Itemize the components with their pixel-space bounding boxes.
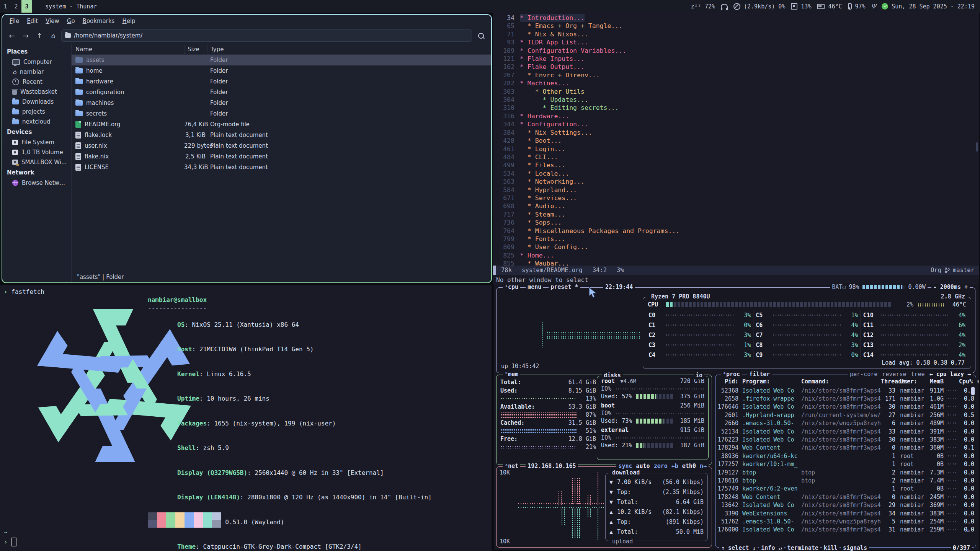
file-row[interactable]: README.org 76,4 KiB Org-mode file bbox=[72, 119, 491, 130]
search-button[interactable] bbox=[474, 30, 487, 41]
file-row[interactable]: home Folder bbox=[72, 65, 491, 76]
refresh-control[interactable]: - 2000ms + bbox=[931, 284, 970, 290]
org-heading-line[interactable]: 121 * Flake Inputs... bbox=[493, 55, 976, 63]
file-row[interactable]: hardware Folder bbox=[72, 76, 491, 87]
net-control[interactable]: eth0 bbox=[682, 463, 696, 469]
path-input[interactable]: /home/nambiar/system/ bbox=[61, 29, 472, 42]
process-row[interactable]: 2660 .emacs-31.0.50- /nix/store/wnqz5pa8… bbox=[715, 419, 976, 427]
org-heading-line[interactable]: 825 * Home... bbox=[493, 251, 976, 259]
status-module[interactable] bbox=[869, 4, 876, 9]
process-row[interactable]: 178616 btop btop 2 nambiar 7.4M 0.0 bbox=[715, 476, 976, 484]
org-heading-line[interactable]: 71 * Nix & Nixos... bbox=[493, 30, 976, 38]
panel-tab[interactable]: menu bbox=[526, 284, 543, 290]
org-heading-line[interactable]: 584 * Hyprland... bbox=[493, 186, 976, 194]
org-heading-line[interactable]: 303 * Other Utils bbox=[493, 88, 976, 96]
file-row[interactable]: LICENSE 34,3 KiB Plain text document bbox=[72, 162, 491, 173]
status-module[interactable] bbox=[789, 3, 797, 10]
proc-option[interactable]: tree bbox=[911, 371, 925, 378]
workspace-button[interactable]: 3 bbox=[21, 0, 32, 13]
org-heading-line[interactable]: 736 * Sops... bbox=[493, 218, 976, 227]
org-heading-line[interactable]: 65 * Emacs + Org + Tangle... bbox=[493, 22, 976, 30]
org-heading-line[interactable]: 162 * Flake Output... bbox=[493, 63, 976, 71]
proc-option[interactable]: reverse bbox=[882, 371, 906, 378]
file-row[interactable]: assets Folder bbox=[72, 55, 491, 65]
process-row[interactable]: 51762 .emacs-31.0.50- /nix/store/wnqz5pa… bbox=[715, 517, 976, 525]
status-module[interactable]: 13% bbox=[801, 3, 811, 10]
org-heading-line[interactable]: 799 * Fonts... bbox=[493, 235, 976, 243]
sidebar-item[interactable]: 1,0 TB Volume bbox=[2, 147, 71, 157]
panel-tab[interactable]: ³net bbox=[503, 463, 520, 469]
header-user[interactable]: User: bbox=[895, 378, 924, 385]
process-row[interactable]: 38936 kworker/u64:6-kc 1 root 0B 0.0 bbox=[715, 452, 976, 460]
org-heading-line[interactable]: 384 * Nix Settings... bbox=[493, 129, 976, 137]
org-heading-line[interactable]: 534 * Locale... bbox=[493, 170, 976, 178]
org-heading-line[interactable]: 304 * Updates... bbox=[493, 96, 976, 104]
file-row[interactable]: flake.nix 2,5 KiB Plain text document bbox=[72, 151, 491, 162]
org-heading-line[interactable]: 267 * Envrc + Direnv... bbox=[493, 71, 976, 79]
proc-option[interactable]: ← cpu lazy → bbox=[929, 371, 971, 378]
process-row[interactable]: 176000 Isolated Web Co /nix/store/sm8fmr… bbox=[715, 526, 976, 534]
menu-item[interactable]: Help bbox=[119, 16, 139, 26]
header-memory[interactable]: MemB bbox=[924, 378, 944, 385]
status-module[interactable]: Sun, 28 Sep 2025 - 22:19 bbox=[892, 3, 975, 10]
sidebar-item[interactable]: Downloads bbox=[2, 97, 71, 107]
org-heading-line[interactable]: 698 * Audio... bbox=[493, 202, 976, 210]
process-row[interactable]: 2601 .Hyprland-wrapp /run/current-system… bbox=[715, 411, 976, 419]
org-heading-line[interactable]: 499 * Files... bbox=[493, 161, 976, 169]
file-row[interactable]: machines Folder bbox=[72, 98, 491, 108]
status-module[interactable] bbox=[846, 3, 852, 10]
sidebar-item[interactable]: SMALLBOX Wi... bbox=[2, 157, 71, 167]
panel-tab[interactable]: preset * bbox=[549, 284, 580, 290]
sidebar-item[interactable]: Recent bbox=[2, 77, 71, 87]
net-control[interactable]: auto bbox=[636, 463, 650, 469]
org-heading-line[interactable]: 282 * Machines... bbox=[493, 79, 976, 87]
net-control[interactable]: sync bbox=[618, 463, 632, 469]
forward-button[interactable]: → bbox=[20, 30, 31, 41]
disks-io-toggle[interactable]: io bbox=[694, 372, 704, 379]
proc-action[interactable]: ↑ select ↓ bbox=[719, 544, 758, 551]
column-header-name[interactable]: Name bbox=[72, 44, 184, 54]
panel-tab[interactable]: filter bbox=[747, 371, 772, 378]
net-control[interactable]: n→ bbox=[700, 463, 707, 469]
proc-action[interactable]: info ↵ bbox=[759, 544, 784, 551]
sidebar-item[interactable]: File System bbox=[2, 137, 71, 147]
file-row[interactable]: secrets Folder bbox=[72, 108, 491, 119]
net-control[interactable]: zero bbox=[654, 463, 668, 469]
sidebar-item[interactable]: Computer bbox=[2, 57, 71, 67]
status-module[interactable]: zᶻᶻ bbox=[691, 3, 701, 10]
process-row[interactable]: 2658 .firefox-wrappe /nix/store/sm8fmrf3… bbox=[715, 395, 976, 403]
process-row[interactable]: 175749 kworker/6:2-even 1 root 0B 0.0 bbox=[715, 485, 976, 493]
header-program[interactable]: Program: bbox=[738, 378, 800, 385]
header-threads[interactable]: Threads: bbox=[881, 378, 895, 385]
process-row[interactable]: 176223 Isolated Web Co /nix/store/sm8fmr… bbox=[715, 435, 976, 443]
header-command[interactable]: Command: bbox=[800, 378, 881, 385]
net-control[interactable]: ←b bbox=[671, 463, 678, 469]
sidebar-item[interactable]: nambiar bbox=[2, 67, 71, 77]
header-cpu[interactable]: Cpu% ↑ bbox=[959, 378, 974, 385]
column-header-size[interactable]: Size bbox=[184, 44, 207, 54]
proc-scrollbar-thumb[interactable] bbox=[971, 387, 975, 395]
org-heading-line[interactable]: 344 * Configuration... bbox=[493, 120, 976, 128]
panel-tab[interactable]: ⁴proc bbox=[721, 371, 742, 378]
org-heading-line[interactable]: 310 * Editing secrets... bbox=[493, 104, 976, 112]
process-row[interactable]: 52134 Isolated Web Co /nix/store/sm8fmrf… bbox=[715, 427, 976, 435]
status-module[interactable] bbox=[815, 4, 825, 9]
org-heading-line[interactable]: 93 * TLDR App List... bbox=[493, 38, 976, 46]
scroll-down-indicator[interactable]: ↓ bbox=[966, 527, 970, 533]
window-terminal[interactable]: › fastfetch nambiar@smallbox -----------… bbox=[0, 285, 492, 551]
process-row[interactable]: 179127 btop btop 2 nambiar 7.3M 0.0 bbox=[715, 468, 976, 476]
home-button[interactable]: ⌂ bbox=[47, 30, 59, 41]
process-row[interactable]: 178248 Web Content /nix/store/sm8fmrf3wp… bbox=[715, 493, 976, 501]
menu-item[interactable]: View bbox=[42, 16, 63, 26]
proc-action[interactable]: kill bbox=[822, 544, 840, 551]
org-heading-line[interactable]: 34 * Introduction... bbox=[493, 14, 976, 22]
status-module[interactable]: (2.9kb/s) bbox=[744, 3, 775, 10]
org-heading-line[interactable]: 316 * Hardware... bbox=[493, 112, 976, 120]
process-row[interactable]: 176646 Isolated Web Co /nix/store/sm8fmr… bbox=[715, 403, 976, 411]
menu-item[interactable]: Bookmarks bbox=[79, 16, 118, 26]
process-row[interactable]: 3390 WebExtensions /nix/store/sm8fmrf3wp… bbox=[715, 509, 976, 517]
process-row[interactable]: 52368 Isolated Web Co /nix/store/sm8fmrf… bbox=[715, 386, 976, 395]
workspace-button[interactable]: 1 bbox=[0, 0, 11, 13]
org-heading-line[interactable]: 563 * Networking... bbox=[493, 178, 976, 186]
status-module[interactable] bbox=[879, 3, 888, 10]
